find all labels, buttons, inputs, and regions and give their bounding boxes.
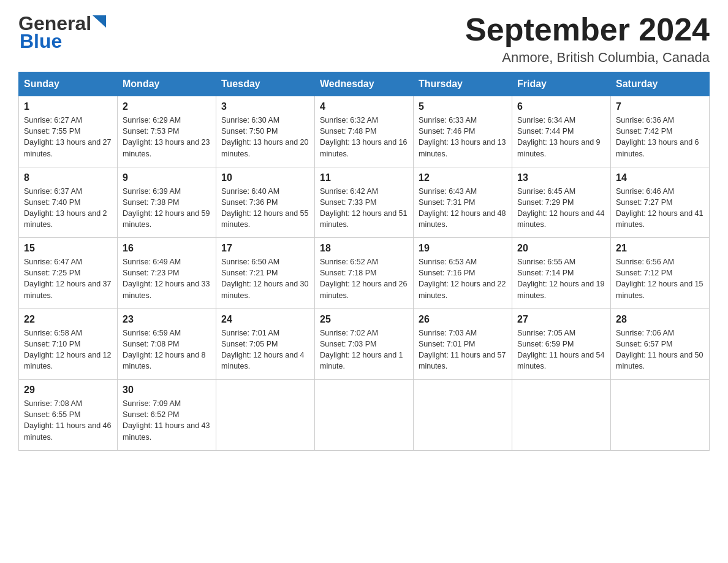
- calendar-cell: 15 Sunrise: 6:47 AMSunset: 7:25 PMDaylig…: [19, 238, 118, 309]
- day-number: 4: [320, 101, 408, 112]
- calendar-cell: 7 Sunrise: 6:36 AMSunset: 7:42 PMDayligh…: [611, 96, 710, 167]
- day-number: 26: [419, 314, 507, 325]
- day-number: 24: [221, 314, 309, 325]
- page-header: General Blue September 2024 Anmore, Brit…: [18, 12, 710, 66]
- day-info: Sunrise: 6:39 AMSunset: 7:38 PMDaylight:…: [123, 186, 211, 231]
- day-number: 8: [24, 172, 112, 183]
- svg-marker-0: [93, 15, 106, 28]
- week-row-4: 22 Sunrise: 6:58 AMSunset: 7:10 PMDaylig…: [19, 308, 710, 380]
- week-row-1: 1 Sunrise: 6:27 AMSunset: 7:55 PMDayligh…: [19, 96, 710, 167]
- day-number: 30: [123, 385, 211, 396]
- calendar-cell: 20 Sunrise: 6:55 AMSunset: 7:14 PMDaylig…: [512, 238, 611, 309]
- day-number: 11: [320, 172, 408, 183]
- day-info: Sunrise: 6:29 AMSunset: 7:53 PMDaylight:…: [123, 115, 211, 159]
- col-header-wednesday: Wednesday: [315, 72, 414, 96]
- calendar-cell: 1 Sunrise: 6:27 AMSunset: 7:55 PMDayligh…: [19, 96, 118, 167]
- logo-arrow-icon: [93, 15, 106, 34]
- calendar-cell: 19 Sunrise: 6:53 AMSunset: 7:16 PMDaylig…: [414, 238, 512, 309]
- calendar-cell: 9 Sunrise: 6:39 AMSunset: 7:38 PMDayligh…: [118, 167, 216, 238]
- day-number: 18: [320, 243, 408, 254]
- day-info: Sunrise: 6:59 AMSunset: 7:08 PMDaylight:…: [123, 327, 211, 372]
- col-header-friday: Friday: [512, 72, 611, 96]
- calendar-cell: 4 Sunrise: 6:32 AMSunset: 7:48 PMDayligh…: [315, 96, 414, 167]
- week-row-5: 29 Sunrise: 7:08 AMSunset: 6:55 PMDaylig…: [19, 380, 710, 451]
- day-info: Sunrise: 7:06 AMSunset: 6:57 PMDaylight:…: [616, 327, 704, 372]
- title-section: September 2024 Anmore, British Columbia,…: [465, 12, 710, 66]
- calendar-cell: 16 Sunrise: 6:49 AMSunset: 7:23 PMDaylig…: [118, 238, 216, 309]
- day-info: Sunrise: 6:47 AMSunset: 7:25 PMDaylight:…: [24, 256, 112, 301]
- day-info: Sunrise: 7:01 AMSunset: 7:05 PMDaylight:…: [221, 327, 309, 372]
- day-number: 21: [616, 243, 704, 254]
- day-number: 13: [517, 172, 605, 183]
- logo: General Blue: [18, 12, 106, 53]
- day-number: 27: [517, 314, 605, 325]
- calendar-cell: 3 Sunrise: 6:30 AMSunset: 7:50 PMDayligh…: [216, 96, 315, 167]
- day-number: 14: [616, 172, 704, 183]
- day-info: Sunrise: 6:34 AMSunset: 7:44 PMDaylight:…: [517, 115, 605, 159]
- day-info: Sunrise: 7:03 AMSunset: 7:01 PMDaylight:…: [419, 327, 507, 372]
- day-number: 19: [419, 243, 507, 254]
- calendar-cell: 17 Sunrise: 6:50 AMSunset: 7:21 PMDaylig…: [216, 238, 315, 309]
- day-info: Sunrise: 7:09 AMSunset: 6:52 PMDaylight:…: [123, 398, 211, 443]
- calendar-cell: 30 Sunrise: 7:09 AMSunset: 6:52 PMDaylig…: [118, 380, 216, 451]
- col-header-monday: Monday: [118, 72, 216, 96]
- week-row-3: 15 Sunrise: 6:47 AMSunset: 7:25 PMDaylig…: [19, 238, 710, 309]
- day-number: 12: [419, 172, 507, 183]
- calendar-cell: 13 Sunrise: 6:45 AMSunset: 7:29 PMDaylig…: [512, 167, 611, 238]
- day-info: Sunrise: 6:58 AMSunset: 7:10 PMDaylight:…: [24, 327, 112, 372]
- calendar-cell: [611, 380, 710, 451]
- day-info: Sunrise: 6:30 AMSunset: 7:50 PMDaylight:…: [221, 115, 309, 159]
- day-info: Sunrise: 6:56 AMSunset: 7:12 PMDaylight:…: [616, 256, 704, 301]
- calendar-cell: 18 Sunrise: 6:52 AMSunset: 7:18 PMDaylig…: [315, 238, 414, 309]
- day-info: Sunrise: 6:37 AMSunset: 7:40 PMDaylight:…: [24, 186, 112, 231]
- col-header-thursday: Thursday: [414, 72, 512, 96]
- day-info: Sunrise: 6:53 AMSunset: 7:16 PMDaylight:…: [419, 256, 507, 301]
- calendar-cell: [414, 380, 512, 451]
- day-number: 23: [123, 314, 211, 325]
- calendar-cell: 5 Sunrise: 6:33 AMSunset: 7:46 PMDayligh…: [414, 96, 512, 167]
- calendar-cell: 6 Sunrise: 6:34 AMSunset: 7:44 PMDayligh…: [512, 96, 611, 167]
- day-info: Sunrise: 6:36 AMSunset: 7:42 PMDaylight:…: [616, 115, 704, 159]
- day-number: 1: [24, 101, 112, 112]
- day-info: Sunrise: 7:08 AMSunset: 6:55 PMDaylight:…: [24, 398, 112, 443]
- calendar-cell: 28 Sunrise: 7:06 AMSunset: 6:57 PMDaylig…: [611, 308, 710, 380]
- day-info: Sunrise: 6:49 AMSunset: 7:23 PMDaylight:…: [123, 256, 211, 301]
- day-info: Sunrise: 6:43 AMSunset: 7:31 PMDaylight:…: [419, 186, 507, 231]
- col-header-saturday: Saturday: [611, 72, 710, 96]
- calendar-cell: 27 Sunrise: 7:05 AMSunset: 6:59 PMDaylig…: [512, 308, 611, 380]
- calendar-cell: 2 Sunrise: 6:29 AMSunset: 7:53 PMDayligh…: [118, 96, 216, 167]
- day-number: 22: [24, 314, 112, 325]
- day-number: 17: [221, 243, 309, 254]
- day-info: Sunrise: 6:42 AMSunset: 7:33 PMDaylight:…: [320, 186, 408, 231]
- col-header-tuesday: Tuesday: [216, 72, 315, 96]
- day-info: Sunrise: 6:40 AMSunset: 7:36 PMDaylight:…: [221, 186, 309, 231]
- calendar-cell: [216, 380, 315, 451]
- calendar-cell: [512, 380, 611, 451]
- day-info: Sunrise: 6:52 AMSunset: 7:18 PMDaylight:…: [320, 256, 408, 301]
- day-number: 2: [123, 101, 211, 112]
- col-header-sunday: Sunday: [19, 72, 118, 96]
- day-number: 15: [24, 243, 112, 254]
- day-info: Sunrise: 7:02 AMSunset: 7:03 PMDaylight:…: [320, 327, 408, 372]
- day-info: Sunrise: 6:50 AMSunset: 7:21 PMDaylight:…: [221, 256, 309, 301]
- calendar-cell: 11 Sunrise: 6:42 AMSunset: 7:33 PMDaylig…: [315, 167, 414, 238]
- day-number: 5: [419, 101, 507, 112]
- calendar-cell: 26 Sunrise: 7:03 AMSunset: 7:01 PMDaylig…: [414, 308, 512, 380]
- day-number: 3: [221, 101, 309, 112]
- day-number: 6: [517, 101, 605, 112]
- calendar-cell: 8 Sunrise: 6:37 AMSunset: 7:40 PMDayligh…: [19, 167, 118, 238]
- day-number: 7: [616, 101, 704, 112]
- calendar-cell: 10 Sunrise: 6:40 AMSunset: 7:36 PMDaylig…: [216, 167, 315, 238]
- day-info: Sunrise: 6:33 AMSunset: 7:46 PMDaylight:…: [419, 115, 507, 159]
- day-number: 25: [320, 314, 408, 325]
- calendar-table: SundayMondayTuesdayWednesdayThursdayFrid…: [18, 72, 710, 451]
- calendar-cell: 22 Sunrise: 6:58 AMSunset: 7:10 PMDaylig…: [19, 308, 118, 380]
- day-number: 10: [221, 172, 309, 183]
- calendar-cell: 24 Sunrise: 7:01 AMSunset: 7:05 PMDaylig…: [216, 308, 315, 380]
- logo-blue: Blue: [20, 30, 62, 53]
- day-info: Sunrise: 6:46 AMSunset: 7:27 PMDaylight:…: [616, 186, 704, 231]
- calendar-cell: 14 Sunrise: 6:46 AMSunset: 7:27 PMDaylig…: [611, 167, 710, 238]
- location: Anmore, British Columbia, Canada: [465, 50, 710, 66]
- day-info: Sunrise: 7:05 AMSunset: 6:59 PMDaylight:…: [517, 327, 605, 372]
- day-info: Sunrise: 6:32 AMSunset: 7:48 PMDaylight:…: [320, 115, 408, 159]
